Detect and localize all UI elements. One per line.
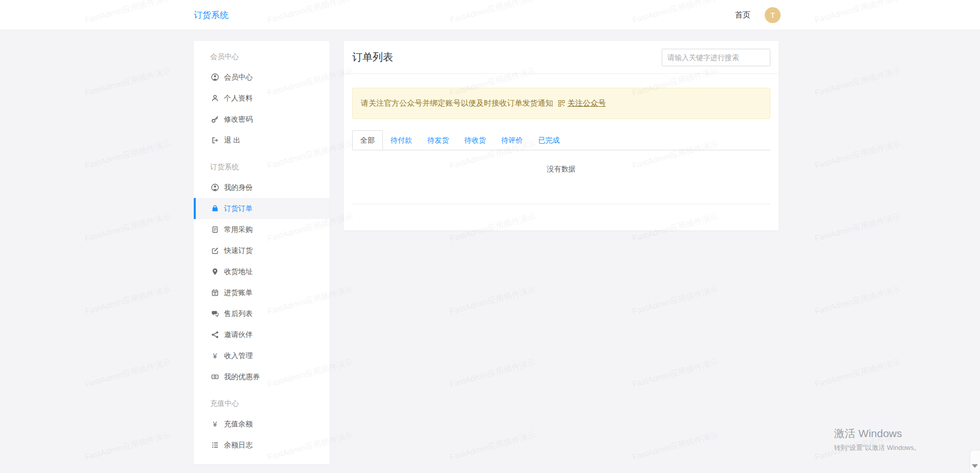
- watermark-text: FastAdmin应用插件演示: [631, 284, 719, 318]
- notice-text: 请关注官方公众号并绑定账号以便及时接收订单发货通知: [361, 98, 553, 108]
- list-icon: [210, 441, 220, 449]
- divider: [352, 204, 770, 204]
- watermark-text: FastAdmin应用插件演示: [813, 430, 902, 463]
- share-icon: [210, 331, 220, 339]
- user-circle-icon: [210, 184, 220, 191]
- sidebar-item-label: 快速订货: [224, 246, 253, 255]
- order-list-card: 订单列表 请关注官方公众号并绑定账号以便及时接收订单发货通知 关注公众号 全部待…: [344, 41, 779, 230]
- watermark-text: FastAdmin应用插件演示: [448, 430, 537, 463]
- sidebar-item-purchase-bills[interactable]: 进货账单: [194, 282, 330, 303]
- sidebar-item-label: 我的身份: [224, 183, 253, 192]
- watermark-text: FastAdmin应用插件演示: [448, 284, 537, 318]
- sidebar-item-label: 售后列表: [224, 309, 253, 319]
- sidebar-item-label: 常用采购: [224, 225, 253, 234]
- qrcode-icon: [558, 100, 565, 107]
- sidebar-item-my-coupons[interactable]: 我的优惠券: [194, 366, 330, 387]
- sidebar-item-member-center[interactable]: 会员中心: [194, 67, 330, 88]
- sidebar-item-label: 邀请伙伴: [224, 330, 253, 340]
- app-header: 订货系统 首页 T: [0, 0, 980, 30]
- watermark-text: FastAdmin应用插件演示: [84, 139, 172, 172]
- page-title: 订单列表: [352, 50, 393, 64]
- watermark-text: FastAdmin应用插件演示: [813, 357, 902, 390]
- card-header: 订单列表: [344, 41, 779, 74]
- sign-out-icon: [210, 136, 220, 144]
- tab-completed[interactable]: 已完成: [530, 130, 567, 150]
- sidebar-item-recharge-balance[interactable]: ¥充值余额: [194, 413, 330, 435]
- windows-activation-title: 激活 Windows: [834, 426, 921, 441]
- sidebar-section-title: 会员中心: [194, 46, 330, 67]
- header-right: 首页 T: [735, 0, 781, 30]
- sidebar-item-label: 收货地址: [224, 267, 253, 277]
- sidebar-item-quick-order[interactable]: 快速订货: [194, 240, 330, 261]
- sidebar-item-frequent-purchase[interactable]: 常用采购: [194, 219, 330, 240]
- notice-banner: 请关注官方公众号并绑定账号以便及时接收订单发货通知 关注公众号: [352, 88, 770, 119]
- coupon-icon: [210, 373, 220, 381]
- sidebar-item-label: 会员中心: [224, 73, 253, 82]
- sidebar-section-title: 充值中心: [194, 393, 330, 413]
- watermark-text: FastAdmin应用插件演示: [84, 66, 172, 99]
- watermark-text: FastAdmin应用插件演示: [84, 430, 172, 463]
- sidebar-item-label: 修改密码: [224, 115, 253, 124]
- comments-icon: [210, 310, 220, 318]
- yen-icon: ¥: [210, 421, 220, 428]
- tab-pending-payment[interactable]: 待付款: [383, 130, 420, 150]
- follow-official-account-link[interactable]: 关注公众号: [567, 98, 606, 108]
- watermark-text: FastAdmin应用插件演示: [813, 139, 902, 172]
- yen-icon: ¥: [210, 352, 220, 360]
- sidebar-item-label: 进货账单: [224, 288, 253, 298]
- nav-home-link[interactable]: 首页: [735, 10, 750, 20]
- marker-icon: [210, 268, 220, 275]
- avatar-letter: T: [770, 11, 775, 19]
- watermark-text: FastAdmin应用插件演示: [84, 211, 172, 245]
- sidebar-item-label: 充值余额: [224, 420, 253, 429]
- search-input[interactable]: [662, 49, 770, 66]
- sidebar-item-label: 订货订单: [224, 204, 253, 213]
- edit-icon: [210, 247, 220, 254]
- sidebar-item-invite-partner[interactable]: 邀请伙伴: [194, 324, 330, 345]
- user-icon: [210, 94, 220, 102]
- caret-down-icon: [972, 464, 978, 468]
- calendar-icon: [210, 289, 220, 297]
- order-status-tabs: 全部待付款待发货待收货待评价已完成: [352, 130, 770, 150]
- watermark-text: FastAdmin应用插件演示: [813, 66, 902, 99]
- watermark-text: FastAdmin应用插件演示: [84, 357, 172, 390]
- sidebar-section-title: 订货系统: [194, 156, 330, 177]
- sidebar-item-label: 退 出: [224, 136, 240, 145]
- sidebar-item-order-list[interactable]: 订货订单: [194, 198, 330, 219]
- avatar[interactable]: T: [765, 7, 781, 23]
- watermark-text: FastAdmin应用插件演示: [813, 284, 902, 318]
- watermark-text: FastAdmin应用插件演示: [813, 211, 902, 245]
- sidebar-item-income-management[interactable]: ¥收入管理: [194, 345, 330, 366]
- user-circle-icon: [210, 73, 220, 81]
- sidebar-item-logout[interactable]: 退 出: [194, 130, 330, 151]
- tab-pending-shipment[interactable]: 待发货: [420, 130, 457, 150]
- sidebar: 会员中心会员中心个人资料修改密码退 出订货系统我的身份订货订单常用采购快速订货收…: [194, 41, 330, 464]
- sidebar-item-profile[interactable]: 个人资料: [194, 88, 330, 109]
- watermark-text: FastAdmin应用插件演示: [631, 357, 719, 390]
- sidebar-item-label: 我的优惠券: [224, 372, 260, 382]
- sidebar-item-my-identity[interactable]: 我的身份: [194, 177, 330, 198]
- sidebar-item-label: 个人资料: [224, 94, 253, 103]
- windows-activation-subtitle: 转到“设置”以激活 Windows。: [834, 443, 921, 452]
- watermark-text: FastAdmin应用插件演示: [84, 284, 172, 318]
- sidebar-item-change-password[interactable]: 修改密码: [194, 109, 330, 130]
- watermark-text: FastAdmin应用插件演示: [448, 357, 537, 390]
- tab-all[interactable]: 全部: [352, 130, 383, 150]
- sidebar-item-label: 收入管理: [224, 351, 253, 361]
- watermark-text: FastAdmin应用插件演示: [631, 430, 719, 463]
- windows-activation-watermark: 激活 Windows 转到“设置”以激活 Windows。: [834, 426, 921, 452]
- sidebar-item-balance-log[interactable]: 余额日志: [194, 435, 330, 456]
- sidebar-item-label: 余额日志: [224, 441, 253, 450]
- key-icon: [210, 115, 220, 123]
- brand-link[interactable]: 订货系统: [194, 0, 229, 30]
- scroll-down-widget[interactable]: [970, 450, 980, 473]
- file-icon: [210, 226, 220, 233]
- tab-pending-receipt[interactable]: 待收货: [457, 130, 494, 150]
- tab-pending-review[interactable]: 待评价: [494, 130, 530, 150]
- sidebar-item-aftersales-list[interactable]: 售后列表: [194, 303, 330, 324]
- empty-state: 没有数据: [344, 150, 779, 204]
- bag-icon: [210, 205, 220, 212]
- sidebar-item-shipping-address[interactable]: 收货地址: [194, 261, 330, 282]
